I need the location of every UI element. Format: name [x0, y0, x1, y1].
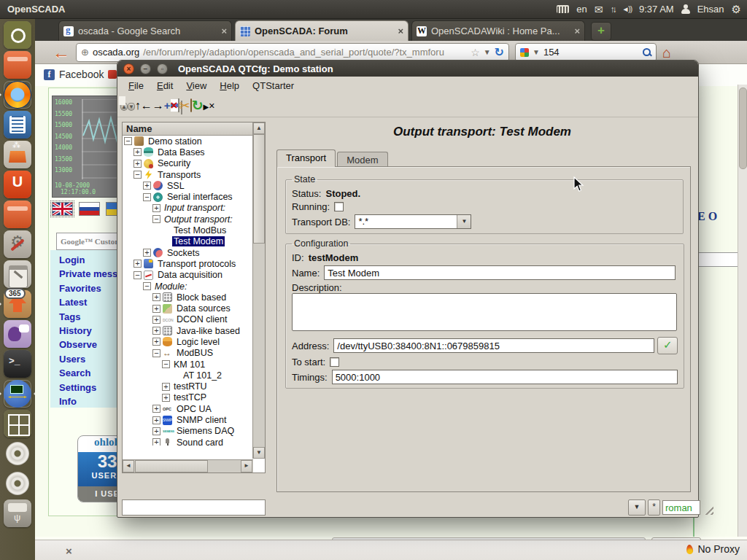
home-button[interactable]: ⌂ [662, 45, 671, 60]
menu-item[interactable]: Edit [150, 79, 179, 93]
tree-horizontal-scrollbar[interactable]: ◄ ► [123, 459, 253, 472]
url-dropdown-icon[interactable]: ▼ [484, 48, 491, 56]
tree-item[interactable]: SNMP client [123, 414, 253, 425]
tree-item[interactable]: DCON client [123, 314, 253, 325]
toolbar-item[interactable] [179, 98, 190, 114]
language-flag[interactable] [79, 202, 100, 216]
address-input[interactable] [333, 338, 654, 353]
back-button[interactable]: ← [53, 44, 70, 61]
tree-expander[interactable] [152, 338, 160, 346]
tree-expander[interactable] [152, 293, 160, 301]
tree-item[interactable]: Input transport: [123, 203, 253, 214]
scroll-left-icon[interactable]: ◄ [123, 460, 134, 472]
apply-check-button[interactable]: ✓ [657, 337, 678, 354]
launcher-item[interactable] [4, 21, 31, 49]
tree-vertical-scrollbar[interactable]: ▲ ▼ [252, 122, 265, 459]
tree-expander[interactable] [152, 327, 160, 335]
launcher-item[interactable]: 365 [4, 290, 31, 318]
tree-expander[interactable] [124, 137, 132, 145]
tree-scrollbar-thumb[interactable] [253, 134, 265, 244]
proxy-status-label[interactable]: No Proxy [697, 543, 740, 555]
session-gear-icon[interactable]: ⚙ [732, 4, 741, 15]
tree-expander[interactable] [162, 394, 170, 402]
running-checkbox[interactable] [334, 202, 344, 211]
launcher-item[interactable] [4, 81, 31, 109]
combo-dropdown-icon[interactable]: ▼ [457, 215, 471, 228]
tree-item[interactable]: Transports [123, 169, 253, 180]
tree-expander[interactable] [133, 171, 142, 179]
tree-filter-input[interactable] [122, 499, 266, 516]
tree-expander[interactable] [133, 271, 142, 279]
new-tab-button[interactable]: + [591, 22, 611, 41]
tree-expander[interactable] [152, 349, 160, 357]
tree-item[interactable]: ModBUS [123, 348, 253, 359]
browser-tab[interactable]: oscada - Google Search × [58, 20, 232, 41]
browser-tab[interactable]: OpenSCADA: Forum × [235, 20, 409, 41]
tree-item[interactable]: Module: [123, 281, 253, 292]
toolbar-item[interactable] [152, 99, 164, 112]
language-flag[interactable] [52, 202, 73, 216]
session-username[interactable]: Ehsan [697, 4, 724, 15]
tree-expander[interactable] [162, 383, 170, 391]
toolbar-item[interactable] [164, 99, 171, 112]
tree-item[interactable]: AT 101_2 [123, 370, 253, 381]
user-dropdown-icon[interactable]: ▼ [628, 499, 646, 516]
tree-item[interactable]: Serial interfaces [123, 191, 253, 202]
tree-item[interactable]: Test Modem [123, 236, 253, 247]
tree-expander[interactable] [152, 204, 160, 212]
toolbar-item[interactable] [209, 99, 214, 112]
tree-item[interactable]: Logic level [123, 336, 253, 347]
launcher-item[interactable] [4, 410, 31, 438]
tree-expander[interactable] [152, 405, 160, 413]
keyboard-layout-icon[interactable] [557, 5, 569, 13]
tree-item[interactable]: Sound card [123, 437, 253, 446]
url-bar[interactable]: ⊕ oscada.org/en/forum/reply/adaption/ope… [76, 43, 509, 62]
window-close-button[interactable]: × [123, 63, 134, 74]
launcher-item[interactable] [4, 350, 31, 378]
reload-icon[interactable]: ↻ [495, 45, 504, 59]
launcher-item[interactable] [4, 111, 31, 139]
toolbar-item[interactable] [128, 98, 135, 113]
tree-expander[interactable] [143, 282, 151, 290]
browser-tab[interactable]: OpenSCADAWiki : Home Pa... × [411, 20, 585, 41]
tree-expander[interactable] [152, 427, 160, 435]
tree-expander[interactable] [133, 260, 142, 268]
launcher-item[interactable] [4, 320, 31, 348]
launcher-item[interactable] [4, 171, 31, 198]
launcher-item[interactable] [4, 141, 31, 168]
tree-expander[interactable] [143, 182, 151, 190]
launcher-item[interactable] [4, 380, 31, 408]
tree-item[interactable]: Output transport: [123, 214, 253, 225]
addon-bar-close-icon[interactable]: × [66, 545, 72, 557]
tree-item[interactable]: Test ModBus [123, 225, 253, 236]
search-engine-dropdown-icon[interactable]: ▼ [533, 48, 540, 56]
qtcfg-titlebar[interactable]: × − ▫ OpenSCADA QTCfg: Demo station [117, 61, 698, 77]
tree-item[interactable]: Security [123, 158, 253, 169]
tree-expander[interactable] [133, 160, 142, 168]
tree-item[interactable]: Block based [123, 292, 253, 303]
transport-db-combo[interactable]: *.* ▼ [355, 214, 471, 229]
tree-header[interactable]: Name [123, 122, 253, 136]
menu-item[interactable]: QTStarter [246, 79, 301, 93]
launcher-item[interactable] [4, 260, 31, 288]
page-scrollbar-thumb[interactable] [739, 88, 747, 169]
mail-icon[interactable]: ✉ [595, 4, 603, 15]
launcher-item[interactable] [4, 440, 31, 467]
share-icon[interactable] [108, 70, 117, 79]
tree-expander[interactable] [152, 215, 160, 223]
toolbar-item[interactable] [135, 99, 141, 112]
tree-expander[interactable] [152, 416, 160, 424]
tab-close-icon[interactable]: × [398, 26, 403, 36]
config-tab[interactable]: Modem [337, 152, 387, 167]
launcher-item[interactable] [4, 470, 31, 497]
tree-expander[interactable] [152, 316, 160, 324]
launcher-item[interactable] [4, 230, 31, 258]
tree-item[interactable]: OPC UA [123, 403, 253, 414]
toolbar-item[interactable] [141, 99, 152, 112]
tab-close-icon[interactable]: × [221, 26, 227, 36]
scroll-down-icon[interactable]: ▼ [253, 447, 265, 459]
clock[interactable]: 9:37 AM [639, 4, 674, 15]
scroll-up-icon[interactable]: ▲ [253, 122, 265, 134]
search-magnifier-icon[interactable] [642, 47, 651, 57]
menu-item[interactable]: View [179, 79, 213, 93]
